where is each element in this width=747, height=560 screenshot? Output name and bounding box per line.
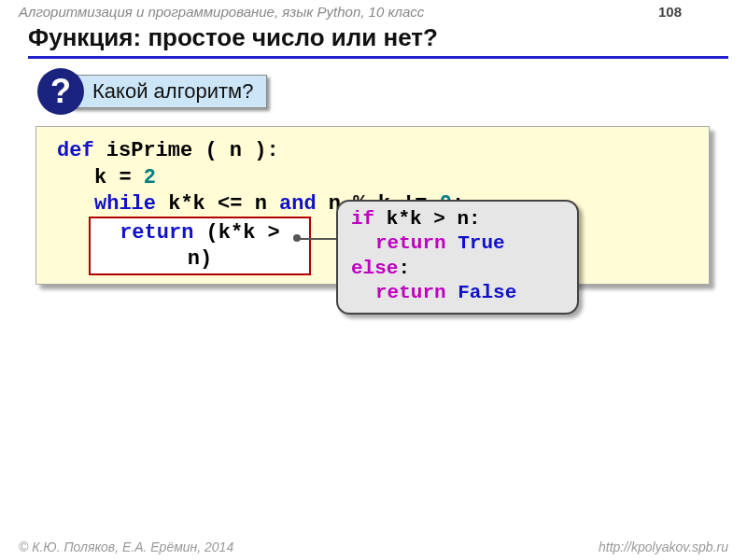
copyright: © К.Ю. Поляков, Е.А. Ерёмин, 2014 xyxy=(19,539,233,554)
bubble-line-1: if k*k > n: xyxy=(351,207,566,231)
return-box: return (k*k > n) xyxy=(89,217,311,275)
connector-line xyxy=(299,238,336,240)
expansion-bubble: if k*k > n: return True else: return Fal… xyxy=(336,200,579,315)
code-line-1: def isPrime ( n ): xyxy=(57,138,694,165)
footer: © К.Ю. Поляков, Е.А. Ерёмин, 2014 http:/… xyxy=(0,539,747,554)
course-title: Алгоритмизация и программирование, язык … xyxy=(19,4,424,20)
code-line-2: k = 2 xyxy=(57,165,694,192)
header: Алгоритмизация и программирование, язык … xyxy=(0,0,747,21)
page-number: 108 xyxy=(658,4,728,20)
slide-title: Функция: простое число или нет? xyxy=(28,23,728,59)
footer-url: http://kpolyakov.spb.ru xyxy=(599,539,728,554)
question-label: Какой алгоритм? xyxy=(71,75,267,108)
bubble-line-4: return False xyxy=(351,281,566,305)
question-row: ? Какой алгоритм? xyxy=(37,68,747,115)
kw-def: def xyxy=(57,139,94,162)
bubble-line-2: return True xyxy=(351,231,566,256)
bubble-line-3: else: xyxy=(351,257,566,281)
kw-return: return xyxy=(120,221,193,245)
question-mark-icon: ? xyxy=(37,68,84,115)
